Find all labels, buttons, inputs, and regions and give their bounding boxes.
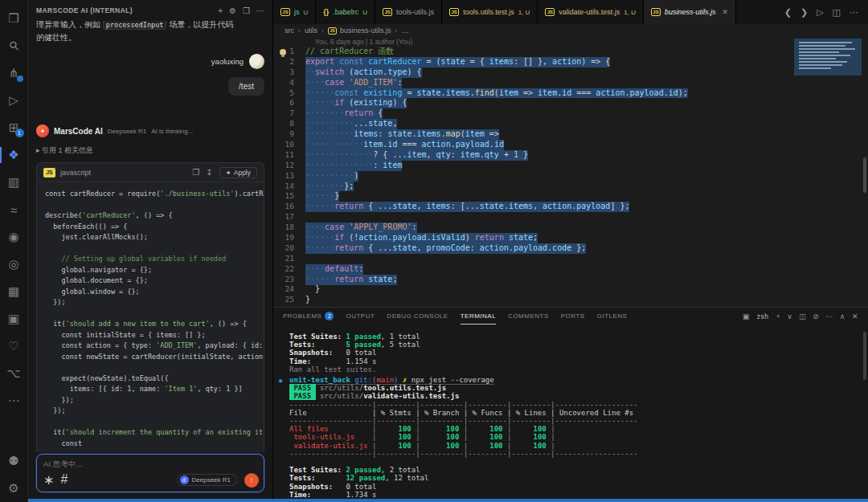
maximize-panel-icon[interactable]: ∧: [840, 312, 845, 320]
panel-tab-output[interactable]: OUTPUT: [346, 308, 375, 324]
user-message-header: yaoluxing: [36, 54, 264, 69]
activity-item-web[interactable]: ◎: [0, 251, 28, 278]
settings-icon[interactable]: ⚙: [229, 6, 236, 15]
panel-tab-debug-console[interactable]: DEBUG CONSOLE: [387, 308, 448, 324]
code-line[interactable]: 22····default:: [273, 264, 868, 275]
breadcrumb-item[interactable]: src: [285, 27, 294, 35]
breadcrumb-item[interactable]: …: [402, 27, 409, 35]
code-line[interactable]: 15······}: [273, 191, 868, 202]
activity-item-extensions[interactable]: ⊞1: [0, 114, 28, 141]
breadcrumb-item[interactable]: utils: [305, 27, 317, 35]
nav-back-icon[interactable]: ❮: [784, 7, 792, 18]
tab-.babelrc[interactable]: {}.babelrcU: [316, 0, 375, 24]
tab-tools.utils.test.js[interactable]: JStools.utils.test.js1, U: [442, 0, 538, 24]
code-line[interactable]: 10············item.id === action.payload…: [273, 140, 868, 150]
terminal-dropdown-icon[interactable]: ∨: [787, 312, 792, 320]
activity-item-search[interactable]: ⚲: [0, 32, 28, 59]
editor-scrollbar[interactable]: [863, 157, 866, 193]
split-terminal-icon[interactable]: ◫: [799, 312, 806, 320]
insert-icon[interactable]: ↧: [206, 168, 212, 177]
activity-item-chat[interactable]: ❐: [0, 5, 28, 32]
activity-item-marscode[interactable]: ❖: [0, 141, 28, 169]
code-line[interactable]: 3··switch (action.type) {: [273, 67, 868, 78]
terminal-line: validate-utils.js | 100 | 100 | 100 | 10…: [289, 442, 868, 450]
context-icon[interactable]: #: [60, 472, 68, 488]
activity-item-metrics[interactable]: ▥: [0, 169, 28, 196]
breadcrumb-item[interactable]: JSbusiness-utils.js: [328, 27, 391, 35]
activity-item-package[interactable]: ▣: [0, 305, 28, 333]
activity-item-git-branch[interactable]: ⌥: [0, 360, 28, 387]
code-line[interactable]: 20······return { ...state, promoCode: ac…: [273, 243, 868, 254]
tab-close-icon[interactable]: ✕: [723, 8, 729, 16]
activity-bar: ❐⚲⋔▷⊞1❖▥≈◉◎▦▣♡⌥⋯⚉⚙: [0, 0, 28, 502]
activity-item-favorites[interactable]: ♡: [0, 333, 28, 360]
minimap[interactable]: [794, 39, 862, 76]
tab-business-utils.js[interactable]: JSbusiness-utils.js✕: [644, 0, 736, 24]
reference-toggle[interactable]: ▸ 引用 1 相关信息: [36, 145, 264, 156]
code-line[interactable]: 5······const existing = state.items.find…: [273, 88, 868, 99]
copy-icon[interactable]: ❐: [192, 168, 199, 177]
code-line[interactable]: 16······return { ...state, items: [...st…: [273, 202, 868, 212]
activity-item-waves[interactable]: ≈: [0, 196, 28, 223]
code-line[interactable]: 23······return state;: [273, 275, 868, 285]
code-line[interactable]: 4····case 'ADD_ITEM':: [273, 78, 868, 88]
panel-tab-comments[interactable]: COMMENTS: [508, 308, 549, 324]
code-line[interactable]: 21: [273, 254, 868, 264]
panel-tab-terminal[interactable]: TERMINAL: [461, 308, 496, 324]
split-editor-icon[interactable]: ◫: [833, 7, 841, 18]
tab-tools-utils.js[interactable]: JStools-utils.js: [375, 0, 442, 24]
chat-code-line: jest.clearAllMocks();: [45, 232, 256, 243]
chat-input-box[interactable]: AI 思考中... ∗# d Deepseek R1 ↑: [36, 454, 264, 492]
terminal-scrollbar[interactable]: [863, 332, 866, 380]
code-line[interactable]: 11··············? { ...item, qty: item.q…: [273, 150, 868, 161]
code-line[interactable]: 13··········): [273, 171, 868, 182]
code-line[interactable]: 14········};: [273, 182, 868, 192]
terminal-output[interactable]: Test Suites: 1 passed, 1 totalTests: 5 p…: [273, 324, 868, 499]
line-number: 8: [273, 119, 305, 129]
code-line[interactable]: 24 }: [273, 284, 868, 295]
more-actions-icon[interactable]: ⋯: [850, 7, 858, 18]
code-line[interactable]: 12··············: item: [273, 161, 868, 171]
code-line[interactable]: 8··········...state,: [273, 119, 868, 129]
activity-item-grid[interactable]: ▦: [0, 278, 28, 305]
terminal-more-icon[interactable]: ⋯: [825, 312, 833, 320]
tab-js[interactable]: JSjsU: [273, 0, 316, 24]
activity-item-settings[interactable]: ⚙: [0, 475, 28, 502]
lightbulb-icon[interactable]: [280, 49, 286, 55]
activity-item-run-debug[interactable]: ▷: [0, 87, 28, 114]
line-number: 14: [273, 182, 305, 192]
panel-tab-problems[interactable]: PROBLEMS2: [283, 308, 334, 324]
code-line[interactable]: 1// cartReducer 函数: [273, 47, 868, 57]
activity-item-play-circle[interactable]: ◉: [0, 223, 28, 251]
activity-item-more[interactable]: ⋯: [0, 387, 28, 414]
code-line[interactable]: 6······if (existing) {: [273, 98, 868, 108]
run-icon[interactable]: ▷: [817, 7, 823, 18]
apply-button[interactable]: ✦Apply: [219, 167, 257, 178]
code-line[interactable]: 2export const cartReducer = (state = { i…: [273, 57, 868, 67]
code-line[interactable]: 7········return {: [273, 108, 868, 119]
shell-label[interactable]: zsh: [757, 312, 769, 320]
commands-icon[interactable]: ∗: [43, 472, 54, 488]
tab-validate-utils.test.js[interactable]: JSvalidate-utils.test.js1, U: [538, 0, 644, 24]
panel-tab-gitlens[interactable]: GITLENS: [597, 308, 628, 324]
open-editor-icon[interactable]: ❐: [243, 6, 250, 15]
close-panel-icon[interactable]: ✕: [852, 312, 858, 320]
send-button[interactable]: ↑: [244, 473, 259, 488]
nav-forward-icon[interactable]: ❯: [800, 7, 808, 18]
new-chat-icon[interactable]: +: [218, 6, 223, 15]
code-line[interactable]: 17: [273, 212, 868, 222]
activity-item-account[interactable]: ⚉: [0, 447, 28, 475]
model-selector[interactable]: d Deepseek R1: [177, 474, 237, 486]
activity-item-source-control[interactable]: ⋔: [0, 59, 28, 87]
kill-terminal-icon[interactable]: ⊘: [813, 312, 819, 320]
code-line[interactable]: 25}: [273, 295, 868, 305]
code-line[interactable]: 9··········items: state.items.map(item =…: [273, 129, 868, 140]
new-terminal-icon[interactable]: +: [776, 312, 780, 320]
account-icon: ⚉: [8, 454, 18, 468]
gitlens-blame: You, 6 days ago | 1 author (You): [315, 37, 868, 47]
code-line[interactable]: 19······if (!action.payload.isValid) ret…: [273, 233, 868, 243]
code-editor[interactable]: You, 6 days ago | 1 author (You) 1// car…: [273, 37, 868, 307]
code-line[interactable]: 18····case 'APPLY_PROMO':: [273, 222, 868, 233]
panel-tab-ports[interactable]: PORTS: [561, 308, 585, 324]
more-icon[interactable]: ⋯: [256, 6, 264, 15]
